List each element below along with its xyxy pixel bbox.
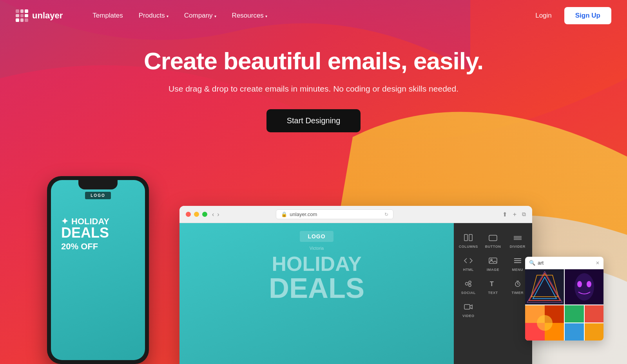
tool-html[interactable]: HTML (457, 253, 480, 275)
tool-columns[interactable]: COLUMNS (457, 230, 480, 252)
video-label: VIDEO (462, 314, 475, 318)
tool-divider[interactable]: DIVIDER (506, 230, 529, 252)
email-deals-text: DEALS (269, 274, 364, 302)
nav-templates[interactable]: Templates (86, 9, 129, 23)
svg-rect-7 (489, 258, 497, 263)
nav-products[interactable]: Products ▾ (132, 9, 175, 23)
logo-icon (16, 9, 28, 22)
tool-video[interactable]: VIDEO (457, 299, 480, 321)
tool-text[interactable]: T TEXT (482, 276, 505, 298)
logo-dot (16, 14, 19, 18)
divider-label: DIVIDER (510, 245, 526, 249)
svg-rect-2 (469, 234, 472, 241)
image-result-4[interactable] (565, 305, 603, 341)
phone-holiday-content: ✦ HOLIDAY DEALS 20% OFF (57, 217, 139, 252)
logo-link[interactable]: unlayer (16, 9, 63, 22)
svg-rect-39 (565, 323, 584, 341)
button-icon (489, 234, 497, 243)
social-icon (464, 280, 473, 289)
start-designing-button[interactable]: Start Designing (266, 109, 361, 132)
signup-button[interactable]: Sign Up (564, 7, 611, 24)
columns-icon (464, 234, 473, 243)
html-icon (464, 257, 473, 266)
logo-dot (25, 14, 28, 18)
image-icon (489, 257, 497, 266)
svg-point-36 (537, 315, 553, 331)
logo-dot (20, 18, 24, 22)
nav-company[interactable]: Company ▾ (178, 9, 223, 23)
share-icon[interactable]: ⬆ (502, 211, 507, 218)
hero-title: Create beautiful emails, easily. (137, 47, 490, 75)
forward-icon[interactable]: › (217, 211, 219, 218)
phone-deals-text: DEALS (61, 226, 139, 240)
image-results-grid (525, 269, 603, 341)
browser-action-buttons: ⬆ + ⧉ (502, 211, 526, 218)
logo-dot (20, 14, 24, 18)
image-result-1[interactable] (525, 269, 564, 305)
svg-point-29 (587, 281, 591, 287)
image-search-bar: 🔍 art ✕ (525, 257, 603, 269)
tabs-icon[interactable]: ⧉ (522, 211, 526, 218)
phone-logo-placeholder: LOGO (85, 192, 111, 199)
svg-rect-38 (584, 305, 603, 323)
login-button[interactable]: Login (529, 9, 558, 23)
social-label: SOCIAL (461, 291, 476, 295)
logo-dot (20, 9, 24, 13)
hero-section: unlayer Templates Products ▾ Company ▾ R… (0, 0, 627, 364)
editor-canvas: LOGO Victoria HOLIDAY DEALS (179, 223, 454, 364)
phone-screen: LOGO ✦ HOLIDAY DEALS 20% OFF (51, 180, 145, 360)
image-result-3[interactable] (525, 305, 564, 341)
hero-subtitle: Use drag & drop to create emails in minu… (137, 83, 490, 95)
svg-rect-1 (464, 234, 468, 241)
minimize-window-icon[interactable] (194, 212, 199, 217)
phone-notch (78, 180, 118, 189)
art-triangle-svg (525, 269, 564, 305)
search-clear-button[interactable]: ✕ (596, 260, 600, 266)
image-search-panel: 🔍 art ✕ (525, 257, 603, 341)
tool-button[interactable]: BUTTON (482, 230, 505, 252)
url-text: unlayer.com (290, 211, 317, 217)
close-window-icon[interactable] (186, 212, 191, 217)
resources-caret-icon: ▾ (265, 14, 267, 18)
browser-url-bar[interactable]: 🔒 unlayer.com ↻ (276, 209, 393, 219)
svg-rect-3 (489, 235, 497, 241)
logo-dot (25, 18, 28, 22)
text-label: TEXT (488, 291, 498, 295)
columns-label: COLUMNS (459, 245, 478, 249)
image-label: IMAGE (487, 268, 499, 272)
video-icon (464, 303, 473, 312)
svg-text:T: T (490, 281, 494, 287)
svg-point-27 (574, 273, 594, 301)
svg-point-28 (577, 281, 582, 287)
tool-social[interactable]: SOCIAL (457, 276, 480, 298)
back-icon[interactable]: ‹ (212, 211, 214, 218)
phone-mockup: LOGO ✦ HOLIDAY DEALS 20% OFF (47, 176, 149, 364)
divider-icon (513, 234, 522, 243)
products-caret-icon: ▾ (167, 14, 169, 18)
hero-content: Create beautiful emails, easily. Use dra… (137, 47, 490, 132)
svg-rect-21 (525, 269, 564, 305)
browser-mockup: ‹ › 🔒 unlayer.com ↻ ⬆ + ⧉ LOGO Victoria … (179, 206, 532, 364)
nav-right: Login Sign Up (529, 7, 611, 24)
text-icon: T (489, 280, 497, 289)
html-label: HTML (463, 268, 474, 272)
svg-rect-40 (584, 323, 603, 341)
lock-icon: 🔒 (281, 211, 287, 217)
menu-icon (513, 257, 522, 266)
svg-rect-37 (565, 305, 584, 323)
add-tab-icon[interactable]: + (513, 211, 516, 218)
browser-toolbar: ‹ › 🔒 unlayer.com ↻ ⬆ + ⧉ (179, 206, 532, 223)
maximize-window-icon[interactable] (202, 212, 207, 217)
art-colorful-svg (525, 305, 564, 341)
tool-image[interactable]: IMAGE (482, 253, 505, 275)
phone-outer-shell: LOGO ✦ HOLIDAY DEALS 20% OFF (47, 176, 149, 364)
email-holiday-text: HOLIDAY (272, 254, 361, 274)
email-watermark: Victoria (310, 246, 324, 250)
image-result-2[interactable] (565, 269, 603, 305)
nav-resources[interactable]: Resources ▾ (226, 9, 274, 23)
logo-dot (16, 9, 19, 13)
logo-dot (25, 9, 28, 13)
reload-icon[interactable]: ↻ (384, 212, 388, 217)
art-grid-svg (565, 305, 603, 341)
editor-sidebar: COLUMNS BUTTON (454, 223, 532, 364)
